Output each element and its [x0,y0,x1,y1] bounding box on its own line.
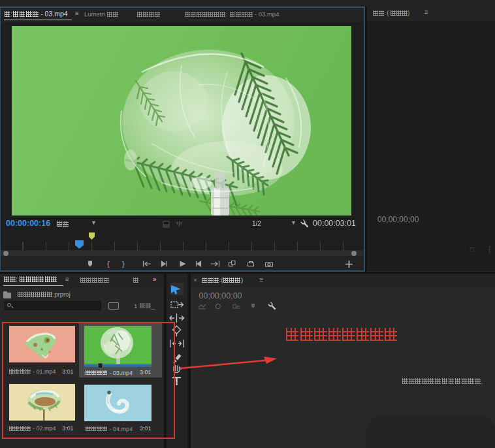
svg-text:{: { [107,260,110,268]
svg-text:}: } [122,260,125,268]
